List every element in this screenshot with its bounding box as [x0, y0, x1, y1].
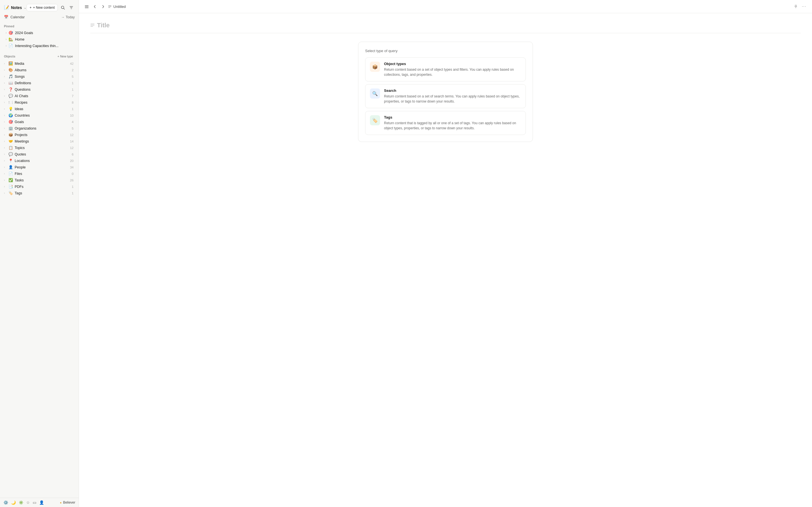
plus-icon: +	[30, 6, 32, 10]
object-type-icon: 💡	[8, 107, 13, 111]
chevron-icon: ›	[6, 44, 6, 47]
object-type-label: Questions	[15, 88, 66, 92]
query-options: 📦 Object types Return content based on a…	[365, 57, 526, 135]
object-item[interactable]: › 📑 PDFs 1	[1, 183, 78, 190]
search-button[interactable]	[59, 4, 66, 11]
object-item[interactable]: › 🎨 Albums 2	[1, 67, 78, 73]
query-option-icon-wrap: 🏷️	[370, 115, 380, 125]
object-type-label: Files	[15, 172, 66, 176]
object-type-icon: 📄	[8, 172, 13, 176]
object-count: 5	[68, 75, 73, 78]
object-type-icon: 📖	[8, 81, 13, 85]
dark-mode-icon[interactable]: 🌙	[11, 500, 16, 505]
object-item[interactable]: › 🎯 Goals 4	[1, 119, 78, 125]
pinned-item[interactable]: › 📄 Interesting Capacities thin...	[4, 43, 75, 49]
objects-section: Objects + New type › 🖼️ Media 42 › 🎨 Alb…	[0, 50, 79, 498]
object-count: 0	[68, 172, 73, 175]
new-content-button[interactable]: + + New content	[27, 4, 58, 11]
query-option[interactable]: 🔍 Search Return content based on a set o…	[365, 84, 526, 108]
object-type-icon: 🖼️	[8, 61, 13, 66]
object-type-label: Topics	[15, 146, 66, 150]
layout-icon[interactable]: ▭	[33, 500, 36, 505]
object-count: 12	[68, 146, 73, 150]
object-type-label: Locations	[15, 159, 66, 163]
object-item[interactable]: › 🏢 Organizations 5	[1, 125, 78, 131]
query-option-text: Tags Return content that is tagged by al…	[384, 115, 521, 131]
object-type-label: Recipes	[15, 101, 66, 105]
notes-app-icon: 📝	[4, 5, 9, 10]
object-count: 14	[68, 140, 73, 143]
object-item[interactable]: › 🤝 Meetings 14	[1, 138, 78, 145]
object-type-label: Media	[15, 62, 66, 66]
sidebar-chevron-icon[interactable]: ⌄	[24, 6, 27, 10]
profile-icon[interactable]: 👤	[39, 500, 44, 505]
calendar-row[interactable]: 📅 Calendar → Today	[0, 13, 79, 20]
pin-button[interactable]	[793, 3, 799, 10]
object-item[interactable]: › 📖 Definitions 1	[1, 80, 78, 86]
calendar-label: Calendar	[10, 15, 25, 19]
object-item[interactable]: › 📦 Projects 12	[1, 131, 78, 138]
more-button[interactable]: ···	[801, 3, 808, 10]
chevron-icon: ›	[4, 62, 7, 65]
object-item[interactable]: › 👤 People 34	[1, 164, 78, 170]
star-icon[interactable]: ☆	[26, 500, 30, 505]
sidebar-header: 📝 Notes ⌄ + + New content	[0, 0, 79, 13]
today-button[interactable]: → Today	[61, 15, 75, 19]
object-item[interactable]: › 🏷️ Tags 1	[1, 190, 78, 196]
object-item[interactable]: › 🖼️ Media 42	[1, 60, 78, 67]
object-item[interactable]: › 📍 Locations 20	[1, 158, 78, 164]
object-type-label: People	[15, 165, 66, 169]
object-count: 34	[68, 166, 73, 169]
object-item[interactable]: › 💬 AI Chats 7	[1, 93, 78, 99]
chevron-icon: ›	[4, 185, 7, 188]
query-option-description: Return content based on a set of object …	[384, 67, 521, 77]
pinned-item[interactable]: › 🎯 2024 Goals	[4, 30, 75, 36]
sidebar-toggle-button[interactable]	[84, 3, 90, 10]
object-item[interactable]: › 📋 Topics 12	[1, 145, 78, 151]
user-label[interactable]: ● Believer	[60, 501, 75, 504]
object-item[interactable]: › 🎵 Songs 5	[1, 73, 78, 80]
chevron-icon: ›	[4, 127, 7, 130]
object-type-icon: 🏷️	[8, 191, 13, 195]
object-item[interactable]: › ✅ Tasks 26	[1, 177, 78, 183]
today-arrow-icon: →	[61, 15, 64, 19]
object-item[interactable]: › 💡 Ideas 1	[1, 106, 78, 112]
svg-rect-10	[91, 25, 94, 25]
query-option[interactable]: 📦 Object types Return content based on a…	[365, 57, 526, 81]
object-type-label: Quotes	[15, 152, 66, 156]
new-type-button[interactable]: + New type	[56, 54, 75, 59]
object-count: 8	[68, 101, 73, 104]
chevron-icon: ›	[4, 75, 7, 78]
object-count: 26	[68, 179, 73, 182]
chevron-icon: ›	[4, 191, 7, 194]
objects-header: Objects + New type	[0, 53, 79, 60]
svg-rect-11	[91, 26, 93, 27]
object-count: 6	[68, 153, 73, 156]
object-type-label: Songs	[15, 75, 66, 78]
back-button[interactable]	[92, 3, 98, 10]
filter-button[interactable]	[68, 4, 75, 11]
chevron-icon: ›	[4, 159, 7, 162]
svg-rect-9	[91, 24, 94, 24]
object-item[interactable]: › 💬 Quotes 6	[1, 151, 78, 158]
object-type-label: AI Chats	[15, 94, 66, 98]
object-item[interactable]: › 🌍 Countries 10	[1, 112, 78, 119]
object-item[interactable]: › ❓ Questions 1	[1, 86, 78, 93]
doc-title-placeholder[interactable]: Title	[97, 22, 110, 29]
sidebar-actions: + + New content	[27, 4, 75, 11]
pinned-item[interactable]: › 🏡 Home	[4, 36, 75, 43]
object-item[interactable]: › 📄 Files 0	[1, 170, 78, 177]
query-option-text: Search Return content based on a set of …	[384, 89, 521, 104]
forward-button[interactable]	[100, 3, 106, 10]
object-type-icon: 🎯	[8, 120, 13, 124]
chevron-icon: ›	[4, 120, 7, 123]
main-content: Untitled ··· Title Select type of query …	[79, 0, 812, 507]
object-type-icon: 📑	[8, 184, 13, 189]
object-item[interactable]: › 🍽️ Recipes 8	[1, 99, 78, 106]
calendar-left: 📅 Calendar	[4, 15, 25, 19]
object-count: 20	[68, 159, 73, 163]
asterisk-icon[interactable]: ✳️	[18, 500, 23, 505]
sidebar: 📝 Notes ⌄ + + New content 📅 Calendar → T…	[0, 0, 79, 507]
query-option[interactable]: 🏷️ Tags Return content that is tagged by…	[365, 111, 526, 135]
settings-icon[interactable]: ⚙️	[3, 500, 8, 505]
